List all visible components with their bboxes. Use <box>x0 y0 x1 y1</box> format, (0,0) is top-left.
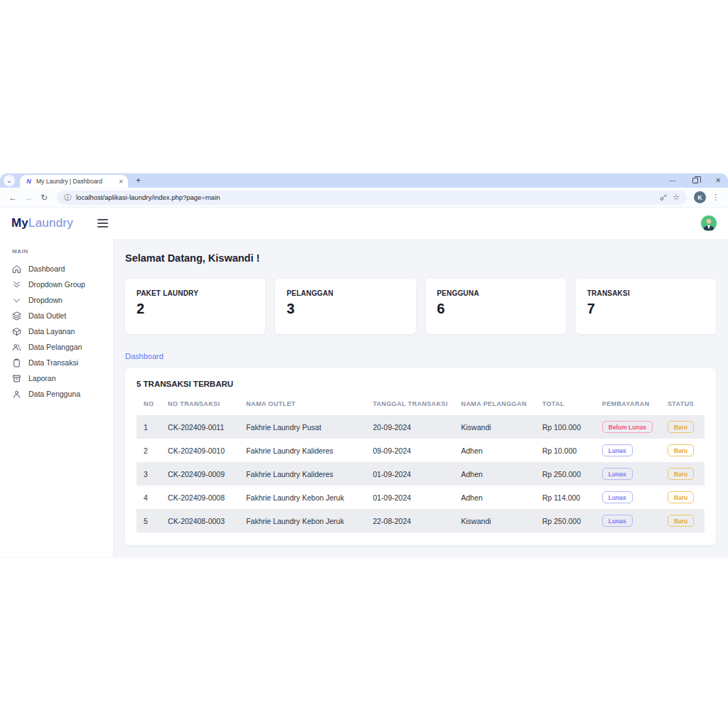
payment-badge: Lunas <box>602 491 633 503</box>
payment-badge: Belum Lunas <box>602 421 653 433</box>
sidebar-item-label: Data Pelanggan <box>28 343 82 351</box>
sidebar-item-label: Data Layanan <box>28 327 75 336</box>
stat-label: PELANGGAN <box>287 289 404 297</box>
chevron-down-icon <box>12 296 21 305</box>
page-info-icon[interactable]: ⓘ <box>64 193 71 203</box>
cell-total: Rp 10.000 <box>538 439 598 462</box>
cell-pembayaran: Lunas <box>598 462 663 486</box>
bookmark-star-icon[interactable]: ☆ <box>673 193 680 202</box>
sidebar-item-label: Data Outlet <box>28 311 66 320</box>
stat-value: 6 <box>437 301 555 317</box>
breadcrumb[interactable]: Dashboard <box>125 352 164 360</box>
transactions-card: 5 TRANSAKSI TERBARU NONO TRANSAKSINAMA O… <box>125 368 716 545</box>
cell-nama-pelanggan: Adhen <box>457 486 538 509</box>
table-row: 5CK-202408-0003Fakhrie Laundry Kebon Jer… <box>136 509 705 532</box>
cell-pembayaran: Lunas <box>598 439 663 462</box>
restore-button[interactable] <box>692 178 698 183</box>
table-header-status: STATUS <box>663 392 705 415</box>
cell-no: 4 <box>136 486 164 509</box>
key-icon[interactable] <box>659 193 668 202</box>
sidebar-item-label: Dashboard <box>28 264 65 273</box>
table-header-total: TOTAL <box>538 392 598 415</box>
cell-nama-outlet: Fakhrie Laundry Kebon Jeruk <box>242 486 368 509</box>
table-row: 1CK-202409-0011Fakhrie Laundry Pusat20-0… <box>136 415 705 439</box>
close-button[interactable]: ✕ <box>715 178 721 184</box>
cell-nama-outlet: Fakhrie Laundry Kalideres <box>242 439 368 462</box>
cell-tanggal-transaksi: 01-09-2024 <box>368 462 456 486</box>
cell-tanggal-transaksi: 22-08-2024 <box>368 509 456 532</box>
new-tab-button[interactable]: + <box>136 176 141 186</box>
app-body: MAIN DashboardDropdown GroupDropdownData… <box>0 239 728 557</box>
tab-strip: ⌄ N My Laundry | Dashboard × + — ✕ <box>0 173 728 188</box>
tab-title: My Laundry | Dashboard <box>36 178 116 185</box>
cell-status: Baru <box>663 439 705 462</box>
cell-no-transaksi: CK-202408-0003 <box>164 509 242 532</box>
table-header-tanggal-transaksi: TANGGAL TRANSAKSI <box>368 392 456 415</box>
user-avatar[interactable] <box>701 215 717 231</box>
sidebar-item-data-layanan[interactable]: Data Layanan <box>0 323 113 339</box>
reload-icon[interactable]: ↻ <box>38 193 50 203</box>
sidebar-item-dropdown-group[interactable]: Dropdown Group <box>0 277 113 292</box>
table-header-no-transaksi: NO TRANSAKSI <box>164 392 242 415</box>
url-text[interactable]: localhost/aplikasi-laundry/index.php?pag… <box>76 193 654 201</box>
sidebar-item-data-pengguna[interactable]: Data Pengguna <box>0 386 113 402</box>
cell-status: Baru <box>663 415 705 439</box>
cell-status: Baru <box>663 462 705 486</box>
cell-total: Rp 114.000 <box>538 486 598 509</box>
stat-value: 2 <box>136 301 254 317</box>
layers-icon <box>12 311 21 321</box>
stat-value: 3 <box>287 301 404 317</box>
stat-card-pengguna: PENGGUNA6 <box>426 279 566 334</box>
stat-cards-row: PAKET LAUNDRY2PELANGGAN3PENGGUNA6TRANSAK… <box>125 279 716 334</box>
archive-icon <box>12 374 21 383</box>
hamburger-menu-icon[interactable] <box>97 219 108 228</box>
stat-value: 7 <box>587 301 705 317</box>
table-header-nama-pelanggan: NAMA PELANGGAN <box>457 392 538 415</box>
forward-icon[interactable]: → <box>23 193 34 203</box>
status-badge: Baru <box>668 468 694 480</box>
cell-pembayaran: Lunas <box>598 509 663 532</box>
sidebar: MAIN DashboardDropdown GroupDropdownData… <box>0 239 114 557</box>
sidebar-item-data-outlet[interactable]: Data Outlet <box>0 308 113 323</box>
sidebar-item-dashboard[interactable]: Dashboard <box>0 261 113 277</box>
stat-label: PENGGUNA <box>437 289 555 297</box>
payment-badge: Lunas <box>602 468 633 480</box>
cell-status: Baru <box>663 509 705 532</box>
tab-search-button[interactable]: ⌄ <box>4 175 15 186</box>
cell-no: 3 <box>136 462 164 486</box>
browser-menu-icon[interactable]: ⋮ <box>710 193 721 202</box>
table-header-nama-outlet: NAMA OUTLET <box>242 392 368 415</box>
cell-nama-pelanggan: Adhen <box>457 439 538 462</box>
address-bar[interactable]: ⓘ localhost/aplikasi-laundry/index.php?p… <box>57 191 687 205</box>
sidebar-item-label: Dropdown <box>28 296 63 304</box>
sidebar-item-label: Data Transaksi <box>28 358 78 367</box>
browser-profile-avatar[interactable]: K <box>694 191 706 203</box>
users-icon <box>12 343 21 352</box>
back-icon[interactable]: ← <box>7 193 18 203</box>
payment-badge: Lunas <box>602 444 633 456</box>
chevron-down-icon: ⌄ <box>6 177 12 184</box>
cell-no: 2 <box>136 439 164 462</box>
table-row: 2CK-202409-0010Fakhrie Laundry Kalideres… <box>136 439 705 462</box>
stat-label: TRANSAKSI <box>587 289 705 297</box>
tab-close-icon[interactable]: × <box>116 178 123 186</box>
transactions-table: NONO TRANSAKSINAMA OUTLETTANGGAL TRANSAK… <box>136 392 705 532</box>
minimize-button[interactable]: — <box>669 178 675 184</box>
payment-badge: Lunas <box>602 515 633 527</box>
logo-light: Laundry <box>28 216 73 230</box>
sidebar-item-laporan[interactable]: Laporan <box>0 370 113 386</box>
transactions-card-title: 5 TRANSAKSI TERBARU <box>136 380 705 388</box>
browser-tab[interactable]: N My Laundry | Dashboard × <box>20 175 128 188</box>
table-header-no: NO <box>136 392 164 415</box>
cell-status: Baru <box>663 486 705 509</box>
main-content: Selamat Datang, Kiswandi ! PAKET LAUNDRY… <box>114 239 728 557</box>
cell-tanggal-transaksi: 20-09-2024 <box>368 415 456 439</box>
clipboard-icon <box>12 358 21 368</box>
sidebar-item-data-transaksi[interactable]: Data Transaksi <box>0 355 113 370</box>
sidebar-item-data-pelanggan[interactable]: Data Pelanggan <box>0 339 113 355</box>
cell-total: Rp 100.000 <box>538 415 598 439</box>
user-icon <box>12 390 21 399</box>
cell-tanggal-transaksi: 01-09-2024 <box>368 486 456 509</box>
cell-no-transaksi: CK-202409-0011 <box>164 415 242 439</box>
sidebar-item-dropdown[interactable]: Dropdown <box>0 292 113 308</box>
